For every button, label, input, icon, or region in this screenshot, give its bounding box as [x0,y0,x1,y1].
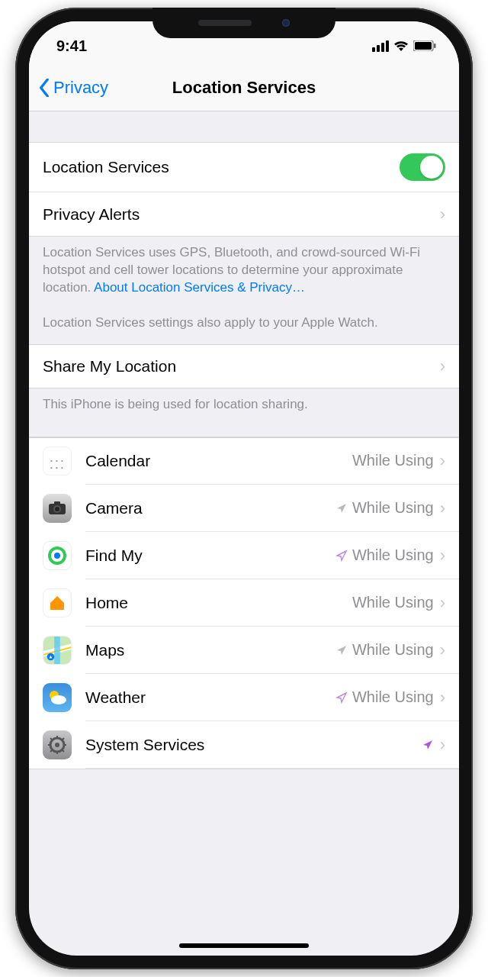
svg-point-5 [55,507,59,511]
row-label: Privacy Alerts [43,205,434,224]
chevron-right-icon: › [440,451,445,471]
svg-line-20 [50,738,52,740]
app-label: Weather [85,688,336,707]
device-frame: 9:41 Privacy Location Services Locati [15,8,473,969]
app-status: While Using [336,641,434,659]
svg-point-9 [54,553,60,559]
gear-icon [43,730,72,759]
app-row-calendar[interactable]: • • •• • • Calendar While Using › [29,437,459,485]
svg-rect-2 [434,44,436,48]
status-time: 9:41 [56,37,87,55]
content: Location Services Privacy Alerts › Locat… [29,111,459,956]
app-label: Camera [85,499,336,517]
app-label: Maps [85,641,336,659]
app-row-home[interactable]: Home While Using › [29,579,459,627]
app-label: Calendar [85,452,352,470]
app-label: Home [85,594,352,612]
location-arrow-filled-icon [422,739,434,751]
svg-line-22 [50,750,52,752]
calendar-icon: • • •• • • [43,446,72,475]
location-arrow-icon [336,502,348,514]
maps-icon [43,636,72,665]
app-row-system-services[interactable]: System Services › [29,721,459,769]
footer-description: Location Services uses GPS, Bluetooth, a… [29,237,459,344]
chevron-right-icon: › [440,546,445,566]
app-status: While Using [336,499,434,517]
svg-line-23 [63,738,64,740]
app-row-camera[interactable]: Camera While Using › [29,485,459,532]
wifi-icon [393,40,409,52]
app-label: System Services [85,736,422,754]
chevron-right-icon: › [440,688,445,708]
app-status: While Using [352,452,434,469]
chevron-right-icon: › [440,593,445,613]
camera-icon [43,494,72,523]
chevron-right-icon: › [440,735,445,755]
app-row-findmy[interactable]: Find My While Using › [29,532,459,579]
location-arrow-outline-icon [336,550,348,562]
app-status: While Using [352,594,434,611]
row-location-services[interactable]: Location Services [29,142,459,192]
location-arrow-outline-icon [336,691,348,704]
back-button[interactable]: Privacy [29,78,108,98]
chevron-right-icon: › [440,498,445,518]
screen: 9:41 Privacy Location Services Locati [29,21,459,956]
app-row-weather[interactable]: Weather While Using › [29,674,459,721]
weather-icon [43,683,72,712]
app-status: While Using [336,688,434,706]
row-privacy-alerts[interactable]: Privacy Alerts › [29,192,459,237]
about-privacy-link[interactable]: About Location Services & Privacy… [94,280,305,295]
nav-bar: Privacy Location Services [29,64,459,111]
row-label: Share My Location [43,357,434,376]
svg-rect-6 [54,501,60,505]
svg-point-13 [51,695,66,704]
svg-point-15 [55,743,59,747]
battery-icon [413,40,436,51]
chevron-right-icon: › [440,640,445,660]
svg-rect-1 [415,42,432,50]
app-label: Find My [85,546,336,565]
chevron-right-icon: › [440,356,445,376]
row-share-my-location[interactable]: Share My Location › [29,344,459,388]
app-status [422,739,434,751]
cellular-signal-icon [372,40,389,52]
notch [152,8,336,38]
chevron-left-icon [38,79,50,97]
home-icon [43,588,72,617]
row-label: Location Services [43,158,400,176]
chevron-right-icon: › [440,205,445,224]
footer-share-location: This iPhone is being used for location s… [29,388,459,426]
app-row-maps[interactable]: Maps While Using › [29,627,459,674]
home-indicator[interactable] [179,943,309,948]
svg-line-21 [63,750,64,752]
back-label: Privacy [53,78,108,98]
findmy-icon [43,541,72,570]
location-services-toggle[interactable] [400,153,445,181]
location-arrow-icon [336,644,348,656]
app-status: While Using [336,546,434,564]
